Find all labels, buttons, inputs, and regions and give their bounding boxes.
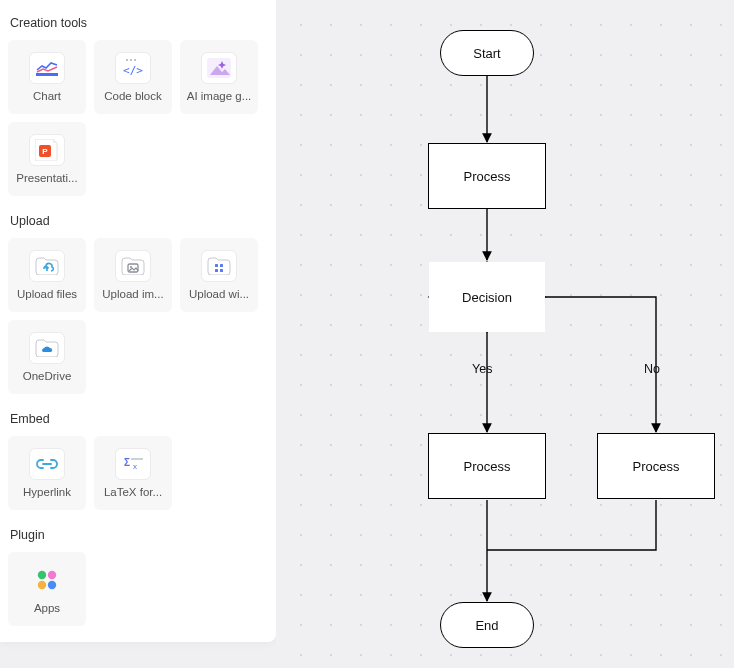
tool-label: Apps xyxy=(12,602,82,614)
section-heading-creation: Creation tools xyxy=(8,12,268,40)
flow-node-start[interactable]: Start xyxy=(440,30,534,76)
hyperlink-icon xyxy=(29,448,65,480)
tool-label: LaTeX for... xyxy=(98,486,168,498)
svg-text:P: P xyxy=(42,147,48,156)
flow-node-end[interactable]: End xyxy=(440,602,534,648)
svg-text:x: x xyxy=(133,462,137,471)
tool-label: Chart xyxy=(12,90,82,102)
tool-label: Presentati... xyxy=(12,172,82,184)
svg-rect-12 xyxy=(215,264,218,267)
svg-rect-1 xyxy=(126,59,128,61)
tool-label: Code block xyxy=(98,90,168,102)
tool-latex[interactable]: Σ x LaTeX for... xyxy=(94,436,172,510)
tool-label: Hyperlink xyxy=(12,486,82,498)
svg-rect-3 xyxy=(134,59,136,61)
svg-rect-0 xyxy=(36,73,58,76)
tool-hyperlink[interactable]: Hyperlink xyxy=(8,436,86,510)
chart-icon xyxy=(29,52,65,84)
node-label: Process xyxy=(633,459,680,474)
section-heading-embed: Embed xyxy=(8,408,268,436)
onedrive-icon xyxy=(29,332,65,364)
tool-upload-widget[interactable]: Upload wi... xyxy=(180,238,258,312)
upload-grid: Upload files Upload im... xyxy=(8,238,268,394)
tool-label: OneDrive xyxy=(12,370,82,382)
section-heading-plugin: Plugin xyxy=(8,524,268,552)
tool-code-block[interactable]: </> Code block xyxy=(94,40,172,114)
svg-point-22 xyxy=(48,581,56,589)
tool-apps[interactable]: Apps xyxy=(8,552,86,626)
tool-label: Upload im... xyxy=(98,288,168,300)
creation-tools-grid: Chart </> Code block AI image g... xyxy=(8,40,268,196)
presentation-icon: P xyxy=(29,134,65,166)
node-label: Decision xyxy=(462,290,512,305)
svg-text:Σ: Σ xyxy=(124,457,130,468)
apps-icon xyxy=(29,564,65,596)
node-label: Start xyxy=(473,46,500,61)
tool-label: Upload files xyxy=(12,288,82,300)
flow-node-decision[interactable]: Decision xyxy=(429,262,545,332)
tool-label: AI image g... xyxy=(184,90,254,102)
svg-rect-15 xyxy=(220,269,223,272)
tool-chart[interactable]: Chart xyxy=(8,40,86,114)
upload-files-icon xyxy=(29,250,65,282)
tool-ai-image[interactable]: AI image g... xyxy=(180,40,258,114)
ai-image-icon xyxy=(201,52,237,84)
svg-point-20 xyxy=(48,571,56,579)
flowchart-canvas[interactable]: Start Process Decision Yes No Process Pr… xyxy=(276,0,734,668)
flow-node-process-1[interactable]: Process xyxy=(428,143,546,209)
flow-node-process-yes[interactable]: Process xyxy=(428,433,546,499)
plugin-grid: Apps xyxy=(8,552,268,626)
svg-point-19 xyxy=(38,571,46,579)
latex-icon: Σ x xyxy=(115,448,151,480)
node-label: Process xyxy=(464,169,511,184)
tools-sidebar: Creation tools Chart </> Code block xyxy=(0,0,276,642)
tool-presentation[interactable]: P Presentati... xyxy=(8,122,86,196)
node-label: Process xyxy=(464,459,511,474)
upload-images-icon xyxy=(115,250,151,282)
flow-node-process-no[interactable]: Process xyxy=(597,433,715,499)
tool-label: Upload wi... xyxy=(184,288,254,300)
tool-upload-images[interactable]: Upload im... xyxy=(94,238,172,312)
svg-rect-14 xyxy=(215,269,218,272)
section-heading-upload: Upload xyxy=(8,210,268,238)
edge-label-no: No xyxy=(644,362,660,376)
flowchart-edges xyxy=(276,0,734,668)
svg-rect-13 xyxy=(220,264,223,267)
edge-label-yes: Yes xyxy=(472,362,492,376)
node-label: End xyxy=(475,618,498,633)
tool-upload-files[interactable]: Upload files xyxy=(8,238,86,312)
tool-onedrive[interactable]: OneDrive xyxy=(8,320,86,394)
code-block-icon: </> xyxy=(115,52,151,84)
svg-rect-2 xyxy=(130,59,132,61)
embed-grid: Hyperlink Σ x LaTeX for... xyxy=(8,436,268,510)
svg-point-21 xyxy=(38,581,46,589)
upload-widget-icon xyxy=(201,250,237,282)
svg-text:</>: </> xyxy=(123,64,143,77)
